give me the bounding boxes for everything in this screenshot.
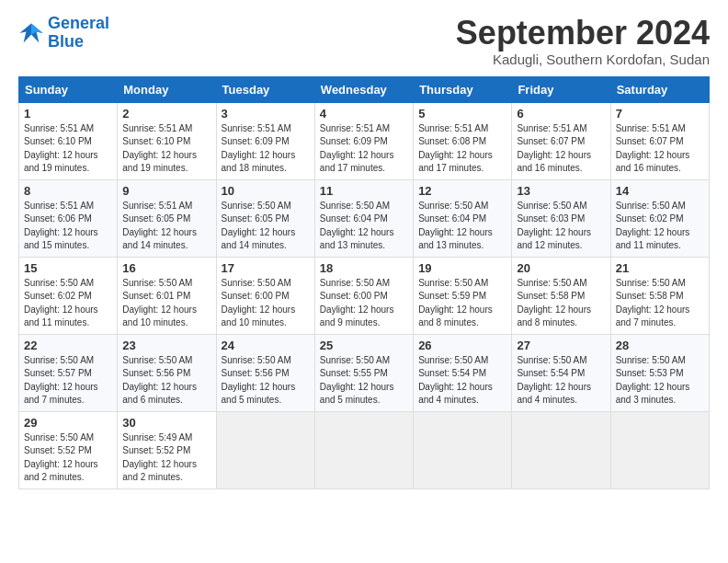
day-cell-12: 12Sunrise: 5:50 AM Sunset: 6:04 PM Dayli… (414, 179, 512, 257)
day-info: Sunrise: 5:50 AM Sunset: 5:52 PM Dayligh… (24, 431, 112, 485)
day-number: 20 (517, 261, 605, 275)
day-cell-2: 2Sunrise: 5:51 AM Sunset: 6:10 PM Daylig… (118, 102, 216, 179)
day-cell-25: 25Sunrise: 5:50 AM Sunset: 5:55 PM Dayli… (314, 334, 413, 411)
day-cell-4: 4Sunrise: 5:51 AM Sunset: 6:09 PM Daylig… (314, 102, 413, 179)
weekday-header-tuesday: Tuesday (216, 76, 314, 102)
day-number: 3 (222, 107, 310, 121)
day-cell-22: 22Sunrise: 5:50 AM Sunset: 5:57 PM Dayli… (19, 334, 118, 411)
day-number: 21 (616, 261, 704, 275)
day-info: Sunrise: 5:50 AM Sunset: 6:04 PM Dayligh… (418, 200, 506, 253)
weekday-header-friday: Friday (512, 76, 610, 102)
day-cell-1: 1Sunrise: 5:51 AM Sunset: 6:10 PM Daylig… (19, 102, 118, 179)
day-info: Sunrise: 5:50 AM Sunset: 6:05 PM Dayligh… (222, 200, 310, 253)
svg-marker-1 (31, 23, 43, 34)
day-info: Sunrise: 5:50 AM Sunset: 5:58 PM Dayligh… (517, 277, 605, 330)
day-cell-14: 14Sunrise: 5:50 AM Sunset: 6:02 PM Dayli… (610, 179, 709, 257)
day-info: Sunrise: 5:50 AM Sunset: 5:54 PM Dayligh… (517, 354, 605, 408)
logo-line2: Blue (48, 32, 84, 51)
day-info: Sunrise: 5:50 AM Sunset: 6:03 PM Dayligh… (517, 200, 605, 253)
day-cell-26: 26Sunrise: 5:50 AM Sunset: 5:54 PM Dayli… (414, 334, 512, 411)
day-number: 1 (24, 107, 112, 121)
day-cell-13: 13Sunrise: 5:50 AM Sunset: 6:03 PM Dayli… (512, 179, 610, 257)
day-info: Sunrise: 5:50 AM Sunset: 6:00 PM Dayligh… (222, 277, 310, 330)
day-info: Sunrise: 5:51 AM Sunset: 6:07 PM Dayligh… (616, 122, 704, 176)
day-cell-18: 18Sunrise: 5:50 AM Sunset: 6:00 PM Dayli… (314, 257, 413, 334)
day-number: 10 (222, 184, 310, 198)
weekday-row: SundayMondayTuesdayWednesdayThursdayFrid… (19, 76, 710, 102)
day-number: 24 (222, 339, 310, 352)
day-info: Sunrise: 5:50 AM Sunset: 5:55 PM Dayligh… (320, 354, 408, 408)
day-info: Sunrise: 5:50 AM Sunset: 6:00 PM Dayligh… (320, 277, 408, 330)
week-row-4: 22Sunrise: 5:50 AM Sunset: 5:57 PM Dayli… (19, 334, 710, 411)
day-number: 23 (122, 339, 210, 352)
day-info: Sunrise: 5:51 AM Sunset: 6:08 PM Dayligh… (418, 122, 506, 176)
day-number: 30 (122, 416, 210, 430)
day-number: 9 (122, 184, 210, 198)
day-number: 28 (616, 339, 704, 352)
day-info: Sunrise: 5:51 AM Sunset: 6:09 PM Dayligh… (222, 122, 310, 176)
day-cell-16: 16Sunrise: 5:50 AM Sunset: 6:01 PM Dayli… (118, 257, 216, 334)
logo-icon (18, 20, 44, 46)
day-cell-20: 20Sunrise: 5:50 AM Sunset: 5:58 PM Dayli… (512, 257, 610, 334)
day-cell-3: 3Sunrise: 5:51 AM Sunset: 6:09 PM Daylig… (216, 102, 314, 179)
day-info: Sunrise: 5:51 AM Sunset: 6:10 PM Dayligh… (24, 122, 112, 176)
empty-cell (610, 411, 709, 488)
location-subtitle: Kadugli, Southern Kordofan, Sudan (456, 52, 710, 67)
calendar-table: SundayMondayTuesdayWednesdayThursdayFrid… (18, 76, 710, 489)
day-cell-19: 19Sunrise: 5:50 AM Sunset: 5:59 PM Dayli… (414, 257, 512, 334)
day-number: 13 (517, 184, 605, 198)
week-row-1: 1Sunrise: 5:51 AM Sunset: 6:10 PM Daylig… (19, 102, 710, 179)
day-number: 22 (24, 339, 112, 352)
day-cell-17: 17Sunrise: 5:50 AM Sunset: 6:00 PM Dayli… (216, 257, 314, 334)
month-title: September 2024 (456, 15, 710, 52)
day-info: Sunrise: 5:50 AM Sunset: 6:02 PM Dayligh… (24, 277, 112, 330)
day-cell-11: 11Sunrise: 5:50 AM Sunset: 6:04 PM Dayli… (314, 179, 413, 257)
day-number: 11 (320, 184, 408, 198)
day-number: 19 (418, 261, 506, 275)
day-info: Sunrise: 5:51 AM Sunset: 6:10 PM Dayligh… (122, 122, 210, 176)
day-info: Sunrise: 5:50 AM Sunset: 5:59 PM Dayligh… (418, 277, 506, 330)
day-info: Sunrise: 5:50 AM Sunset: 5:53 PM Dayligh… (616, 354, 704, 408)
empty-cell (512, 411, 610, 488)
day-cell-6: 6Sunrise: 5:51 AM Sunset: 6:07 PM Daylig… (512, 102, 610, 179)
title-block: September 2024 Kadugli, Southern Kordofa… (456, 15, 710, 67)
day-cell-15: 15Sunrise: 5:50 AM Sunset: 6:02 PM Dayli… (19, 257, 118, 334)
day-number: 6 (517, 107, 605, 121)
day-number: 8 (24, 184, 112, 198)
day-cell-9: 9Sunrise: 5:51 AM Sunset: 6:05 PM Daylig… (118, 179, 216, 257)
weekday-header-thursday: Thursday (414, 76, 512, 102)
day-cell-23: 23Sunrise: 5:50 AM Sunset: 5:56 PM Dayli… (118, 334, 216, 411)
day-cell-29: 29Sunrise: 5:50 AM Sunset: 5:52 PM Dayli… (19, 411, 118, 488)
weekday-header-saturday: Saturday (610, 76, 709, 102)
day-number: 4 (320, 107, 408, 121)
day-info: Sunrise: 5:49 AM Sunset: 5:52 PM Dayligh… (122, 431, 210, 485)
day-info: Sunrise: 5:51 AM Sunset: 6:09 PM Dayligh… (320, 122, 408, 176)
weekday-header-monday: Monday (118, 76, 216, 102)
day-number: 2 (122, 107, 210, 121)
empty-cell (414, 411, 512, 488)
day-info: Sunrise: 5:51 AM Sunset: 6:07 PM Dayligh… (517, 122, 605, 176)
day-cell-5: 5Sunrise: 5:51 AM Sunset: 6:08 PM Daylig… (414, 102, 512, 179)
empty-cell (314, 411, 413, 488)
day-cell-24: 24Sunrise: 5:50 AM Sunset: 5:56 PM Dayli… (216, 334, 314, 411)
day-number: 25 (320, 339, 408, 352)
day-number: 14 (616, 184, 704, 198)
day-info: Sunrise: 5:50 AM Sunset: 6:04 PM Dayligh… (320, 200, 408, 253)
day-info: Sunrise: 5:50 AM Sunset: 5:54 PM Dayligh… (418, 354, 506, 408)
weekday-header-sunday: Sunday (19, 76, 118, 102)
day-info: Sunrise: 5:50 AM Sunset: 5:56 PM Dayligh… (222, 354, 310, 408)
day-number: 29 (24, 416, 112, 430)
day-info: Sunrise: 5:50 AM Sunset: 6:02 PM Dayligh… (616, 200, 704, 253)
day-number: 17 (222, 261, 310, 275)
header: General Blue September 2024 Kadugli, Sou… (18, 15, 710, 67)
day-number: 7 (616, 107, 704, 121)
day-info: Sunrise: 5:50 AM Sunset: 5:58 PM Dayligh… (616, 277, 704, 330)
day-number: 26 (418, 339, 506, 352)
calendar-body: 1Sunrise: 5:51 AM Sunset: 6:10 PM Daylig… (19, 102, 710, 488)
day-number: 15 (24, 261, 112, 275)
day-cell-28: 28Sunrise: 5:50 AM Sunset: 5:53 PM Dayli… (610, 334, 709, 411)
logo-line1: General (48, 14, 109, 32)
weekday-header-wednesday: Wednesday (314, 76, 413, 102)
day-cell-8: 8Sunrise: 5:51 AM Sunset: 6:06 PM Daylig… (19, 179, 118, 257)
week-row-5: 29Sunrise: 5:50 AM Sunset: 5:52 PM Dayli… (19, 411, 710, 488)
